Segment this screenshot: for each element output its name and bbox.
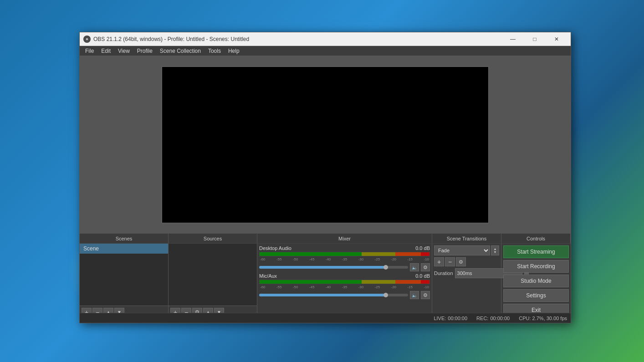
preview-area — [80, 56, 571, 233]
obs-logo-icon — [83, 36, 91, 43]
desktop-audio-db: 0.0 dB — [415, 245, 430, 251]
mic-aux-scale: -60 -55 -50 -45 -40 -35 -30 -25 -20 -15 … — [259, 285, 430, 289]
mic-aux-config-button[interactable]: ⚙ — [421, 291, 430, 299]
desktop-audio-volume-handle — [383, 265, 388, 270]
list-item[interactable]: Scene — [80, 244, 168, 254]
maximize-button[interactable]: □ — [524, 32, 545, 46]
mic-aux-meter — [259, 280, 430, 284]
menu-profile[interactable]: Profile — [133, 46, 156, 56]
panels-row: Scene + − ▲ ▼ + − ⚙ ▲ ▼ — [80, 243, 571, 318]
mic-aux-controls: 🔈 ⚙ — [259, 291, 430, 299]
mic-aux-volume-handle — [383, 293, 388, 297]
rec-label: REC: — [476, 316, 488, 321]
scenes-panel: Scene + − ▲ ▼ — [80, 244, 169, 318]
rec-status: REC: 00:00:00 — [476, 316, 510, 321]
menu-file[interactable]: File — [82, 46, 97, 56]
status-bar: LIVE: 00:00:00 REC: 00:00:00 CPU: 2.7%, … — [80, 313, 571, 323]
transition-select-container: Fade Cut Swipe Slide ▲ ▼ — [434, 245, 499, 255]
mic-aux-gradient — [260, 280, 429, 284]
mic-aux-bar — [260, 280, 429, 284]
menu-view[interactable]: View — [114, 46, 133, 56]
live-time: 00:00:00 — [448, 316, 467, 321]
transition-select[interactable]: Fade Cut Swipe Slide — [434, 245, 490, 255]
desktop-audio-meter — [259, 252, 430, 256]
mixer-panel: Desktop Audio 0.0 dB -60 -55 -50 -45 -40 — [257, 244, 432, 318]
bottom-panels: Scenes Sources Mixer Scene Transitions C… — [80, 233, 571, 313]
rec-time: 00:00:00 — [490, 316, 510, 321]
menu-help[interactable]: Help — [225, 46, 243, 56]
desktop-audio-scale: -60 -55 -50 -45 -40 -35 -30 -25 -20 -15 … — [259, 257, 430, 261]
window-title: OBS 21.1.2 (64bit, windows) - Profile: U… — [93, 36, 502, 42]
transition-arrow-icon: ▲ ▼ — [491, 245, 499, 255]
cpu-info: CPU: 2.7%, 30.00 fps — [519, 316, 567, 321]
desktop-audio-config-button[interactable]: ⚙ — [421, 263, 430, 271]
mic-aux-db: 0.0 dB — [415, 273, 430, 279]
svg-point-2 — [87, 38, 88, 40]
transition-remove-button[interactable]: − — [445, 257, 455, 266]
live-label: LIVE: — [434, 316, 446, 321]
sources-panel-header: Sources — [169, 234, 257, 243]
scenes-panel-header: Scenes — [80, 234, 169, 243]
desktop-audio-gradient — [260, 252, 429, 256]
mic-aux-volume-fill — [259, 294, 386, 296]
transition-actions: + − ⚙ — [434, 257, 499, 266]
menu-scene-collection[interactable]: Scene Collection — [156, 46, 204, 56]
panel-headers: Scenes Sources Mixer Scene Transitions C… — [80, 233, 571, 243]
cpu-status: CPU: 2.7%, 30.00 fps — [519, 316, 567, 321]
title-bar: OBS 21.1.2 (64bit, windows) - Profile: U… — [80, 32, 571, 46]
desktop-audio-name: Desktop Audio — [259, 245, 291, 251]
window-controls: — □ ✕ — [502, 32, 567, 46]
settings-button[interactable]: Settings — [503, 289, 569, 302]
transitions-panel-header: Scene Transitions — [432, 234, 501, 243]
preview-canvas — [162, 66, 489, 223]
desktop-audio-volume-fill — [259, 266, 386, 269]
mixer-panel-header: Mixer — [257, 234, 432, 243]
live-status: LIVE: 00:00:00 — [434, 316, 467, 321]
transition-add-button[interactable]: + — [434, 257, 444, 266]
desktop-audio-bar — [260, 252, 429, 256]
menu-edit[interactable]: Edit — [97, 46, 114, 56]
start-streaming-button[interactable]: Start Streaming — [503, 245, 569, 258]
obs-window: OBS 21.1.2 (64bit, windows) - Profile: U… — [79, 32, 571, 323]
scene-list: Scene — [80, 244, 168, 306]
desktop-audio-controls: 🔈 ⚙ — [259, 263, 430, 271]
controls-panel-header: Controls — [501, 234, 571, 243]
close-button[interactable]: ✕ — [546, 32, 567, 46]
transitions-panel: Fade Cut Swipe Slide ▲ ▼ + − ⚙ — [432, 244, 501, 318]
start-recording-button[interactable]: Start Recording — [503, 260, 569, 273]
sources-panel: + − ⚙ ▲ ▼ — [169, 244, 257, 318]
transition-settings-button[interactable]: ⚙ — [456, 257, 466, 266]
mic-aux-mute-button[interactable]: 🔈 — [410, 291, 419, 299]
desktop-audio-volume-slider[interactable] — [259, 266, 408, 269]
duration-label: Duration — [434, 270, 453, 276]
desktop-audio-mute-button[interactable]: 🔈 — [410, 263, 419, 271]
menu-bar: File Edit View Profile Scene Collection … — [80, 46, 571, 56]
duration-row: Duration ▲ ▼ — [434, 268, 499, 278]
desktop-audio-header: Desktop Audio 0.0 dB — [259, 245, 430, 251]
mic-aux-track: Mic/Aux 0.0 dB -60 -55 -50 -45 -40 — [259, 273, 430, 299]
source-list — [169, 244, 257, 306]
mic-aux-header: Mic/Aux 0.0 dB — [259, 273, 430, 279]
menu-tools[interactable]: Tools — [204, 46, 225, 56]
mic-aux-volume-slider[interactable] — [259, 294, 408, 296]
minimize-button[interactable]: — — [502, 32, 523, 46]
controls-panel: Start Streaming Start Recording Studio M… — [501, 244, 571, 318]
desktop-audio-track: Desktop Audio 0.0 dB -60 -55 -50 -45 -40 — [259, 245, 430, 271]
studio-mode-button[interactable]: Studio Mode — [503, 275, 569, 287]
mic-aux-name: Mic/Aux — [259, 273, 277, 279]
